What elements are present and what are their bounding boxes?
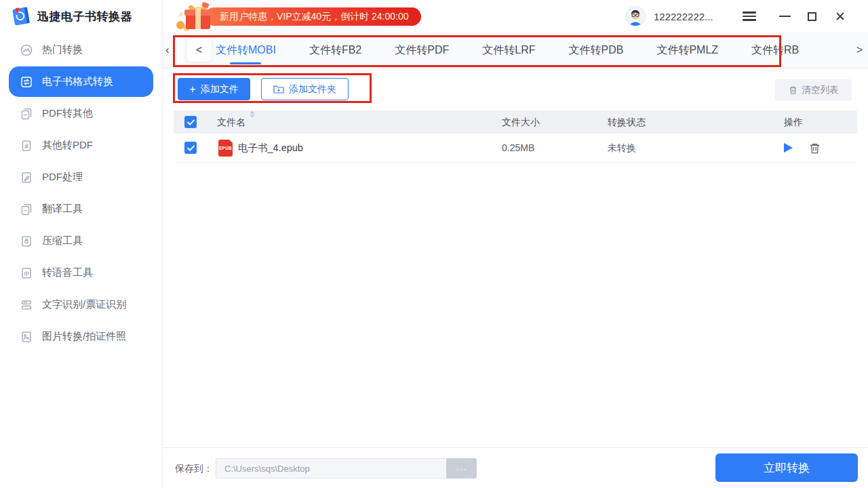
sidebar-item-label: 电子书格式转换 [42,75,113,88]
sidebar-item-label: 图片转换/拍证件照 [42,330,126,343]
other-to-pdf-icon [20,139,33,152]
add-file-label: 添加文件 [201,83,239,96]
hamburger-icon [743,9,756,23]
promo-banner-text: 新用户特惠，VIP立减40元，倒计时 24:00:00 [205,7,421,26]
table-row: EPUB电子书_4.epub0.25MB未转换 [174,134,857,163]
header-status: 转换状态 [608,110,646,134]
trash-icon [789,85,797,95]
app-logo-row: 迅捷电子书转换器 [0,0,162,33]
start-convert-icon[interactable] [784,143,793,152]
sidebar-item-label: PDF处理 [42,171,83,184]
folder-plus-icon [273,85,284,94]
file-cell: EPUB电子书_4.epub [218,134,303,163]
maximize-icon [808,12,816,21]
tabs-scroll-left-icon[interactable]: ‹ [165,33,170,68]
close-button[interactable]: ✕ [829,0,852,33]
conversion-status: 未转换 [608,134,636,163]
row-checkbox[interactable] [184,142,197,154]
tab-lrf[interactable]: 文件转LRF [482,33,535,68]
sidebar: 迅捷电子书转换器 热门转换电子书格式转换PDF转其他其他转PDFPDF处理翻译工… [0,0,163,488]
menu-button[interactable] [738,0,761,33]
ebook-convert-icon [20,75,33,89]
save-path-input[interactable] [216,458,446,479]
sidebar-item-ocr[interactable]: 文字识别/票证识别 [0,289,162,321]
sidebar-item-label: 压缩工具 [42,235,83,247]
save-to-label: 保存到： [175,448,213,488]
maximize-button[interactable] [800,0,823,33]
sidebar-item-audio-tool[interactable]: 转语音工具 [0,257,162,289]
sidebar-item-photo-tool[interactable]: 图片转换/拍证件照 [0,321,162,352]
header-filename[interactable]: 文件名 [217,110,245,134]
gift-icon [175,1,213,31]
audio-tool-icon [20,266,33,280]
sidebar-item-label: 文字识别/票证识别 [42,298,126,311]
tab-pdf[interactable]: 文件转PDF [395,33,449,68]
translate-icon [20,203,33,216]
footer-bar: 保存到： ··· 立即转换 [163,447,868,488]
header-filesize: 文件大小 [502,110,540,134]
hot-convert-icon [20,43,33,57]
pdf-to-other-icon [20,107,33,121]
header-actions: 操作 [784,110,803,134]
sidebar-item-other-to-pdf[interactable]: 其他转PDF [0,129,162,161]
add-folder-button[interactable]: 添加文件夹 [261,78,349,100]
epub-file-icon: EPUB [218,140,233,157]
convert-now-button[interactable]: 立即转换 [715,453,858,482]
tabs-back-button[interactable]: < [186,39,212,62]
format-tabs: 文件转MOBI文件转FB2文件转PDF文件转LRF文件转PDB文件转PMLZ文件… [216,33,799,68]
clear-list-button[interactable]: 清空列表 [775,79,852,101]
select-all-checkbox[interactable] [184,116,197,128]
tab-mobi[interactable]: 文件转MOBI [216,33,276,68]
sort-icon[interactable] [250,110,255,118]
sidebar-item-ebook-convert[interactable]: 电子书格式转换 [9,66,153,97]
pdf-process-icon [20,171,33,184]
tab-pdb[interactable]: 文件转PDB [568,33,623,68]
browse-button[interactable]: ··· [446,458,477,479]
file-name: 电子书_4.epub [238,142,303,155]
tabs-scroll-right-icon[interactable]: > [856,33,863,68]
plus-icon: + [189,84,195,95]
photo-tool-icon [20,330,33,344]
minimize-button[interactable] [773,0,796,33]
app-title: 迅捷电子书转换器 [37,9,132,24]
sidebar-item-pdf-process[interactable]: PDF处理 [0,161,162,193]
app-window: 迅捷电子书转换器 热门转换电子书格式转换PDF转其他其他转PDFPDF处理翻译工… [0,0,868,488]
user-id: 122222222... [654,11,713,22]
add-file-button[interactable]: + 添加文件 [178,78,250,100]
titlebar: 新用户特惠，VIP立减40元，倒计时 24:00:00 122222222... [163,0,868,33]
sidebar-item-translate[interactable]: 翻译工具 [0,193,162,225]
sidebar-menu: 热门转换电子书格式转换PDF转其他其他转PDFPDF处理翻译工具压缩工具转语音工… [0,34,162,352]
promo-banner[interactable]: 新用户特惠，VIP立减40元，倒计时 24:00:00 [175,1,421,31]
sidebar-item-label: 热门转换 [42,43,83,56]
sidebar-item-label: PDF转其他 [42,107,93,120]
minimize-icon [779,16,791,17]
sidebar-item-label: 翻译工具 [42,203,83,216]
format-tabbar: ‹ < 文件转MOBI文件转FB2文件转PDF文件转LRF文件转PDB文件转PM… [163,33,868,68]
app-logo-icon [9,5,33,27]
clear-list-label: 清空列表 [802,84,839,96]
tab-pmlz[interactable]: 文件转PMLZ [656,33,718,68]
table-header: 文件名 文件大小 转换状态 操作 [174,110,857,134]
user-account[interactable]: 122222222... [625,0,713,33]
compress-icon [20,235,33,248]
close-icon: ✕ [835,10,846,23]
ocr-icon [20,298,33,312]
file-size: 0.25MB [502,134,534,163]
sidebar-item-pdf-to-other[interactable]: PDF转其他 [0,98,162,129]
delete-row-icon[interactable] [809,142,821,154]
tab-rb[interactable]: 文件转RB [751,33,799,68]
user-avatar-icon [625,6,646,26]
sidebar-item-label: 转语音工具 [42,266,93,279]
add-folder-label: 添加文件夹 [289,83,336,96]
sidebar-item-hot-convert[interactable]: 热门转换 [0,34,162,66]
sidebar-item-compress[interactable]: 压缩工具 [0,225,162,257]
sidebar-item-label: 其他转PDF [42,139,93,152]
tab-fb2[interactable]: 文件转FB2 [309,33,361,68]
